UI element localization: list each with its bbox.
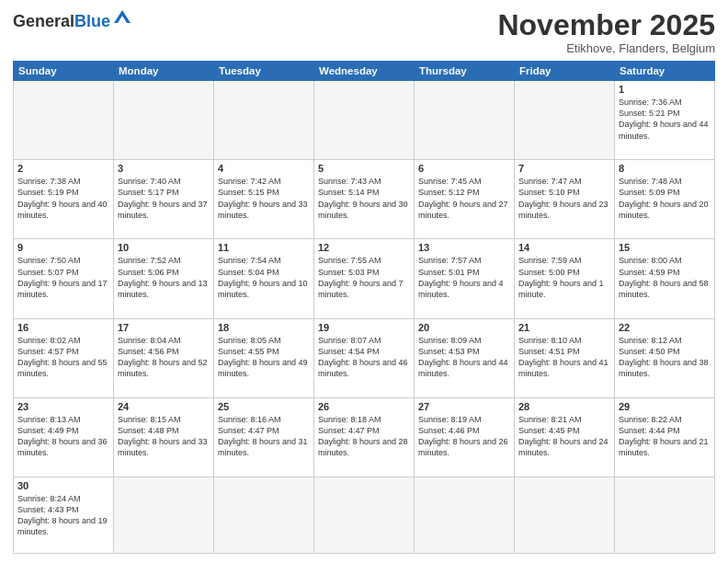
header-tuesday: Tuesday: [214, 62, 314, 81]
day-number-5: 5: [318, 163, 410, 174]
cell-1-5: 7Sunrise: 7:47 AM Sunset: 5:10 PM Daylig…: [515, 160, 615, 239]
day-info-28: Sunrise: 8:21 AM Sunset: 4:45 PM Dayligh…: [518, 414, 610, 459]
day-number-3: 3: [118, 163, 210, 174]
cell-1-6: 8Sunrise: 7:48 AM Sunset: 5:09 PM Daylig…: [615, 160, 715, 239]
day-number-25: 25: [218, 401, 310, 412]
logo-icon: [112, 8, 132, 29]
day-number-12: 12: [318, 242, 410, 253]
day-number-9: 9: [17, 242, 109, 253]
day-info-29: Sunrise: 8:22 AM Sunset: 4:44 PM Dayligh…: [619, 414, 711, 459]
day-info-4: Sunrise: 7:42 AM Sunset: 5:15 PM Dayligh…: [218, 176, 310, 221]
day-info-20: Sunrise: 8:09 AM Sunset: 4:53 PM Dayligh…: [418, 335, 510, 380]
week-row-5: 30Sunrise: 8:24 AM Sunset: 4:43 PM Dayli…: [14, 477, 715, 553]
day-number-18: 18: [218, 322, 310, 333]
cell-5-0: 30Sunrise: 8:24 AM Sunset: 4:43 PM Dayli…: [14, 477, 114, 553]
week-row-2: 9Sunrise: 7:50 AM Sunset: 5:07 PM Daylig…: [14, 239, 715, 318]
cell-5-5: [515, 477, 615, 553]
day-info-3: Sunrise: 7:40 AM Sunset: 5:17 PM Dayligh…: [118, 176, 210, 221]
day-info-8: Sunrise: 7:48 AM Sunset: 5:09 PM Dayligh…: [619, 176, 711, 221]
day-number-29: 29: [619, 401, 711, 412]
cell-4-1: 24Sunrise: 8:15 AM Sunset: 4:48 PM Dayli…: [114, 397, 214, 477]
day-number-10: 10: [118, 242, 210, 253]
header-monday: Monday: [114, 62, 214, 81]
day-info-1: Sunrise: 7:36 AM Sunset: 5:21 PM Dayligh…: [619, 97, 711, 142]
calendar-title: November 2025: [497, 9, 715, 41]
cell-2-1: 10Sunrise: 7:52 AM Sunset: 5:06 PM Dayli…: [114, 239, 214, 318]
weekday-header-row: Sunday Monday Tuesday Wednesday Thursday…: [14, 62, 715, 81]
cell-3-1: 17Sunrise: 8:04 AM Sunset: 4:56 PM Dayli…: [114, 318, 214, 397]
day-info-7: Sunrise: 7:47 AM Sunset: 5:10 PM Dayligh…: [518, 176, 610, 221]
day-info-6: Sunrise: 7:45 AM Sunset: 5:12 PM Dayligh…: [418, 176, 510, 221]
day-number-27: 27: [418, 401, 510, 412]
day-info-15: Sunrise: 8:00 AM Sunset: 4:59 PM Dayligh…: [619, 255, 711, 300]
day-number-19: 19: [318, 322, 410, 333]
calendar-subtitle: Etikhove, Flanders, Belgium: [497, 41, 715, 55]
day-number-17: 17: [118, 322, 210, 333]
cell-1-1: 3Sunrise: 7:40 AM Sunset: 5:17 PM Daylig…: [114, 160, 214, 239]
cell-5-4: [415, 477, 515, 553]
day-number-23: 23: [17, 401, 109, 412]
cell-3-0: 16Sunrise: 8:02 AM Sunset: 4:57 PM Dayli…: [14, 318, 114, 397]
cell-3-5: 21Sunrise: 8:10 AM Sunset: 4:51 PM Dayli…: [515, 318, 615, 397]
day-info-13: Sunrise: 7:57 AM Sunset: 5:01 PM Dayligh…: [418, 255, 510, 300]
logo-text-general: General: [13, 13, 74, 29]
cell-2-4: 13Sunrise: 7:57 AM Sunset: 5:01 PM Dayli…: [415, 239, 515, 318]
day-info-18: Sunrise: 8:05 AM Sunset: 4:55 PM Dayligh…: [218, 335, 310, 380]
cell-4-4: 27Sunrise: 8:19 AM Sunset: 4:46 PM Dayli…: [415, 397, 515, 477]
week-row-1: 2Sunrise: 7:38 AM Sunset: 5:19 PM Daylig…: [14, 160, 715, 239]
day-info-16: Sunrise: 8:02 AM Sunset: 4:57 PM Dayligh…: [17, 335, 109, 380]
day-info-14: Sunrise: 7:59 AM Sunset: 5:00 PM Dayligh…: [518, 255, 610, 300]
day-info-9: Sunrise: 7:50 AM Sunset: 5:07 PM Dayligh…: [17, 255, 109, 300]
day-number-6: 6: [418, 163, 510, 174]
week-row-0: 1Sunrise: 7:36 AM Sunset: 5:21 PM Daylig…: [14, 81, 715, 160]
cell-4-2: 25Sunrise: 8:16 AM Sunset: 4:47 PM Dayli…: [214, 397, 314, 477]
cell-2-3: 12Sunrise: 7:55 AM Sunset: 5:03 PM Dayli…: [314, 239, 415, 318]
cell-4-6: 29Sunrise: 8:22 AM Sunset: 4:44 PM Dayli…: [615, 397, 715, 477]
logo-text-blue: Blue: [74, 13, 110, 29]
day-number-30: 30: [17, 480, 109, 491]
day-number-15: 15: [619, 242, 711, 253]
day-number-13: 13: [418, 242, 510, 253]
header: General Blue November 2025 Etikhove, Fla…: [13, 9, 715, 55]
header-friday: Friday: [515, 62, 615, 81]
cell-3-2: 18Sunrise: 8:05 AM Sunset: 4:55 PM Dayli…: [214, 318, 314, 397]
header-thursday: Thursday: [415, 62, 515, 81]
day-number-26: 26: [318, 401, 410, 412]
header-sunday: Sunday: [14, 62, 114, 81]
day-info-25: Sunrise: 8:16 AM Sunset: 4:47 PM Dayligh…: [218, 414, 310, 459]
day-number-22: 22: [619, 322, 711, 333]
cell-2-6: 15Sunrise: 8:00 AM Sunset: 4:59 PM Dayli…: [615, 239, 715, 318]
week-row-4: 23Sunrise: 8:13 AM Sunset: 4:49 PM Dayli…: [14, 397, 715, 477]
day-info-26: Sunrise: 8:18 AM Sunset: 4:47 PM Dayligh…: [318, 414, 410, 459]
cell-5-2: [214, 477, 314, 553]
header-wednesday: Wednesday: [314, 62, 415, 81]
day-info-27: Sunrise: 8:19 AM Sunset: 4:46 PM Dayligh…: [418, 414, 510, 459]
logo: General Blue: [13, 13, 132, 29]
header-saturday: Saturday: [615, 62, 715, 81]
cell-1-0: 2Sunrise: 7:38 AM Sunset: 5:19 PM Daylig…: [14, 160, 114, 239]
day-number-24: 24: [118, 401, 210, 412]
day-info-12: Sunrise: 7:55 AM Sunset: 5:03 PM Dayligh…: [318, 255, 410, 300]
title-block: November 2025 Etikhove, Flanders, Belgiu…: [497, 9, 715, 55]
day-number-11: 11: [218, 242, 310, 253]
cell-5-1: [114, 477, 214, 553]
cell-5-6: [615, 477, 715, 553]
page: General Blue November 2025 Etikhove, Fla…: [0, 0, 728, 563]
day-number-20: 20: [418, 322, 510, 333]
day-info-30: Sunrise: 8:24 AM Sunset: 4:43 PM Dayligh…: [17, 493, 109, 538]
cell-0-1: [114, 81, 214, 160]
day-info-21: Sunrise: 8:10 AM Sunset: 4:51 PM Dayligh…: [518, 335, 610, 380]
day-info-23: Sunrise: 8:13 AM Sunset: 4:49 PM Dayligh…: [17, 414, 109, 459]
cell-4-0: 23Sunrise: 8:13 AM Sunset: 4:49 PM Dayli…: [14, 397, 114, 477]
day-info-10: Sunrise: 7:52 AM Sunset: 5:06 PM Dayligh…: [118, 255, 210, 300]
day-info-11: Sunrise: 7:54 AM Sunset: 5:04 PM Dayligh…: [218, 255, 310, 300]
day-number-7: 7: [518, 163, 610, 174]
cell-2-5: 14Sunrise: 7:59 AM Sunset: 5:00 PM Dayli…: [515, 239, 615, 318]
cell-1-3: 5Sunrise: 7:43 AM Sunset: 5:14 PM Daylig…: [314, 160, 415, 239]
cell-1-2: 4Sunrise: 7:42 AM Sunset: 5:15 PM Daylig…: [214, 160, 314, 239]
day-number-2: 2: [17, 163, 109, 174]
cell-0-2: [214, 81, 314, 160]
cell-1-4: 6Sunrise: 7:45 AM Sunset: 5:12 PM Daylig…: [415, 160, 515, 239]
calendar-table: Sunday Monday Tuesday Wednesday Thursday…: [13, 61, 715, 554]
day-number-16: 16: [17, 322, 109, 333]
